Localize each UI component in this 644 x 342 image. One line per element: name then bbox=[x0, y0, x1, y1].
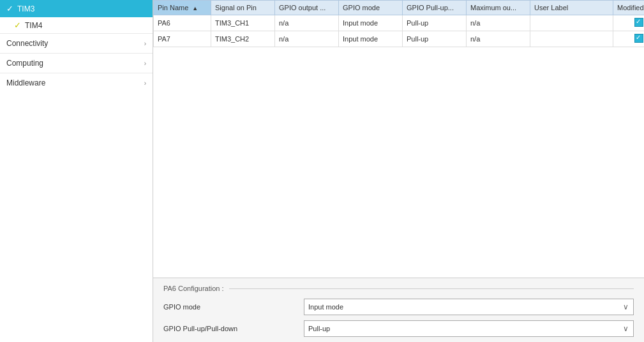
config-label-gpio-mode: GPIO mode bbox=[163, 303, 304, 311]
sidebar-item-tim4-label: TIM4 bbox=[25, 21, 42, 30]
table-row[interactable]: PA6TIM3_CH1n/aInput modePull-upn/a bbox=[154, 15, 645, 31]
config-panel: PA6 Configuration : GPIO mode Input mode… bbox=[153, 278, 644, 342]
config-row-gpio-pullup: GPIO Pull-up/Pull-down No pull-up and no… bbox=[163, 320, 634, 337]
sidebar-section-middleware[interactable]: Middleware › bbox=[0, 73, 153, 93]
config-select-gpio-mode[interactable]: Input mode Output mode Alternate Functio… bbox=[304, 299, 634, 315]
sidebar-section-connectivity-label: Connectivity bbox=[6, 39, 48, 48]
config-label-gpio-pullup: GPIO Pull-up/Pull-down bbox=[163, 325, 304, 332]
table-cell-row0-col6 bbox=[530, 15, 613, 31]
pin-config-table: Pin Name ▲ Signal on Pin GPIO output ...… bbox=[153, 0, 644, 47]
table-cell-row1-col1: TIM3_CH2 bbox=[211, 31, 275, 47]
sidebar-section-middleware-label: Middleware bbox=[6, 78, 45, 87]
chevron-right-icon-computing: › bbox=[144, 60, 146, 67]
col-header-modified[interactable]: Modified bbox=[613, 1, 645, 15]
config-select-wrapper-gpio-pullup: No pull-up and no pull-down Pull-up Pull… bbox=[304, 320, 634, 337]
check-icon-tim4: ✓ bbox=[14, 20, 21, 30]
table-row[interactable]: PA7TIM3_CH2n/aInput modePull-upn/a bbox=[154, 31, 645, 47]
table-cell-row0-col5: n/a bbox=[467, 15, 530, 31]
sidebar-item-tim3-label: TIM3 bbox=[17, 4, 34, 13]
chevron-right-icon-connectivity: › bbox=[144, 40, 146, 47]
col-header-signal-on-pin[interactable]: Signal on Pin bbox=[211, 1, 275, 15]
table-cell-row0-col2: n/a bbox=[275, 15, 339, 31]
sidebar-item-tim4[interactable]: ✓ TIM4 bbox=[0, 17, 153, 33]
table-cell-row0-modified[interactable] bbox=[613, 15, 645, 31]
sidebar-section-computing[interactable]: Computing › bbox=[0, 53, 153, 73]
config-select-wrapper-gpio-mode: Input mode Output mode Alternate Functio… bbox=[304, 299, 634, 315]
table-cell-row0-col4: Pull-up bbox=[403, 15, 467, 31]
main-content: Pin Name ▲ Signal on Pin GPIO output ...… bbox=[153, 0, 644, 342]
sort-arrow-pin-name: ▲ bbox=[192, 5, 198, 11]
table-cell-row0-col1: TIM3_CH1 bbox=[211, 15, 275, 31]
col-header-gpio-output[interactable]: GPIO output ... bbox=[275, 1, 339, 15]
sidebar: ✓ TIM3 ✓ TIM4 Connectivity › Computing ›… bbox=[0, 0, 153, 342]
table-cell-row0-col0: PA6 bbox=[154, 15, 211, 31]
table-cell-row0-col3: Input mode bbox=[339, 15, 403, 31]
table-cell-row1-col6 bbox=[530, 31, 613, 47]
modified-checkbox-checked bbox=[634, 18, 643, 27]
chevron-right-icon-middleware: › bbox=[144, 80, 146, 87]
sidebar-section-connectivity[interactable]: Connectivity › bbox=[0, 33, 153, 53]
config-select-gpio-pullup[interactable]: No pull-up and no pull-down Pull-up Pull… bbox=[304, 320, 634, 337]
table-cell-row1-col5: n/a bbox=[467, 31, 530, 47]
col-header-gpio-mode[interactable]: GPIO mode bbox=[339, 1, 403, 15]
table-cell-row1-modified[interactable] bbox=[613, 31, 645, 47]
check-icon-tim3: ✓ bbox=[6, 4, 13, 13]
sidebar-section-computing-label: Computing bbox=[6, 59, 43, 68]
modified-checkbox-checked bbox=[634, 34, 643, 43]
table-cell-row1-col0: PA7 bbox=[154, 31, 211, 47]
col-header-maximum-out[interactable]: Maximum ou... bbox=[467, 1, 530, 15]
col-header-user-label[interactable]: User Label bbox=[530, 1, 613, 15]
col-header-gpio-pullup[interactable]: GPIO Pull-up... bbox=[403, 1, 467, 15]
col-header-pin-name[interactable]: Pin Name ▲ bbox=[154, 1, 211, 15]
table-area: Pin Name ▲ Signal on Pin GPIO output ...… bbox=[153, 0, 644, 278]
sidebar-item-tim3[interactable]: ✓ TIM3 bbox=[0, 0, 153, 17]
table-cell-row1-col4: Pull-up bbox=[403, 31, 467, 47]
table-cell-row1-col3: Input mode bbox=[339, 31, 403, 47]
config-panel-title: PA6 Configuration : bbox=[163, 285, 634, 292]
config-row-gpio-mode: GPIO mode Input mode Output mode Alterna… bbox=[163, 299, 634, 315]
table-cell-row1-col2: n/a bbox=[275, 31, 339, 47]
